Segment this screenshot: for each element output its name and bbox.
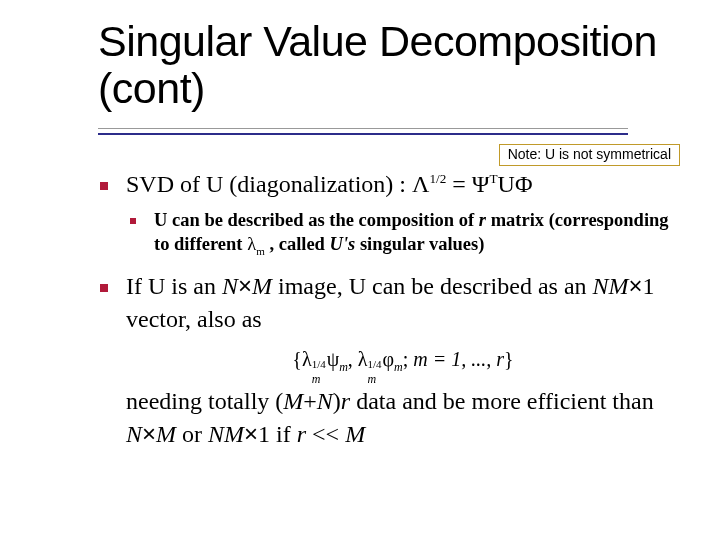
eq2-semi: ;: [403, 348, 414, 370]
b2-b: is an: [165, 273, 222, 299]
s1-e: U's: [330, 234, 356, 254]
eq2-l1: λ: [302, 348, 312, 370]
b2-c: image,: [272, 273, 349, 299]
c-plus: +: [303, 388, 317, 414]
s1-r: r: [479, 210, 486, 230]
eq1-phi: Φ: [515, 171, 533, 197]
eq1-eq: =: [446, 171, 472, 197]
eq1-T: T: [490, 171, 498, 186]
c-a: needing totally (: [126, 388, 283, 414]
eq2-m2: m: [339, 360, 348, 374]
eq2-psi: ψ: [327, 348, 340, 370]
c-M: M: [283, 388, 303, 414]
eq2-comma: ,: [348, 348, 358, 370]
eq1-lambda: Λ: [412, 171, 429, 197]
b2-x1: ×: [238, 272, 252, 299]
c-or: or: [176, 421, 208, 447]
slide-title: Singular Value Decomposition (cont): [98, 18, 668, 113]
b2-a: If: [126, 273, 148, 299]
s1-d: , called: [265, 234, 330, 254]
eq2-close: }: [504, 348, 514, 370]
c-NxM-M: M: [156, 421, 176, 447]
c-r: r: [341, 388, 350, 414]
s1-b: can be described as the composition of: [167, 210, 478, 230]
s1-U: U: [154, 210, 167, 230]
s1-f: singular values): [355, 234, 484, 254]
b2-d: can be described as an: [366, 273, 593, 299]
note-callout: Note: U is not symmetrical: [499, 144, 680, 166]
eq1-psi: Ψ: [472, 171, 490, 197]
eq1-exp: 1/2: [429, 171, 446, 186]
b1-text-b: (diagonalization) :: [223, 171, 412, 197]
c-N: N: [317, 388, 333, 414]
c-c: data and be more efficient than: [350, 388, 653, 414]
c-NxM-N: N: [126, 421, 142, 447]
eq2-m1: m: [312, 370, 321, 389]
c-lt: <<: [306, 421, 345, 447]
eq2-l2: λ: [358, 348, 368, 370]
c-x1: ×: [142, 420, 156, 447]
b2-NM: NM: [593, 273, 629, 299]
eq2-phi: φ: [383, 348, 395, 370]
bullet-2: If U is an N×M image, U can be described…: [98, 270, 680, 335]
bullet-1: SVD of U (diagonalization) : Λ1/2 = ΨTUΦ: [98, 168, 680, 200]
continuation-text: needing totally (M+N)r data and be more …: [98, 385, 680, 450]
c-b: ): [333, 388, 341, 414]
b1-U: U: [206, 171, 223, 197]
eq2-open: {: [292, 348, 302, 370]
b2-N: N: [222, 273, 238, 299]
b1-text-a: SVD of: [126, 171, 206, 197]
slide: Singular Value Decomposition (cont) Note…: [0, 0, 718, 537]
b2-U1: U: [148, 273, 165, 299]
c-r2: r: [297, 421, 306, 447]
eq2-m3: m: [368, 370, 377, 389]
equation-2: {λ1/4m ψm, λ1/4m φm; m = 1, ..., r}: [126, 343, 680, 375]
eq1-U: U: [498, 171, 515, 197]
b2-U2: U: [349, 273, 366, 299]
b2-M: M: [252, 273, 272, 299]
title-underline: [98, 128, 628, 135]
eq2-m4: m: [394, 360, 403, 374]
b2-one: 1: [643, 273, 655, 299]
eq2-range: m = 1, ..., r: [413, 348, 504, 370]
s1-lambda: λ: [247, 234, 256, 254]
c-x2: ×: [244, 420, 258, 447]
b2-e: vector, also as: [126, 306, 262, 332]
c-NM: NM: [208, 421, 244, 447]
b2-x2: ×: [629, 272, 643, 299]
c-if: if: [270, 421, 297, 447]
slide-body: SVD of U (diagonalization) : Λ1/2 = ΨTUΦ…: [98, 168, 680, 450]
c-one: 1: [258, 421, 270, 447]
c-M2: M: [345, 421, 365, 447]
sub-bullet-1: U can be described as the composition of…: [98, 208, 680, 256]
s1-m: m: [256, 245, 265, 257]
